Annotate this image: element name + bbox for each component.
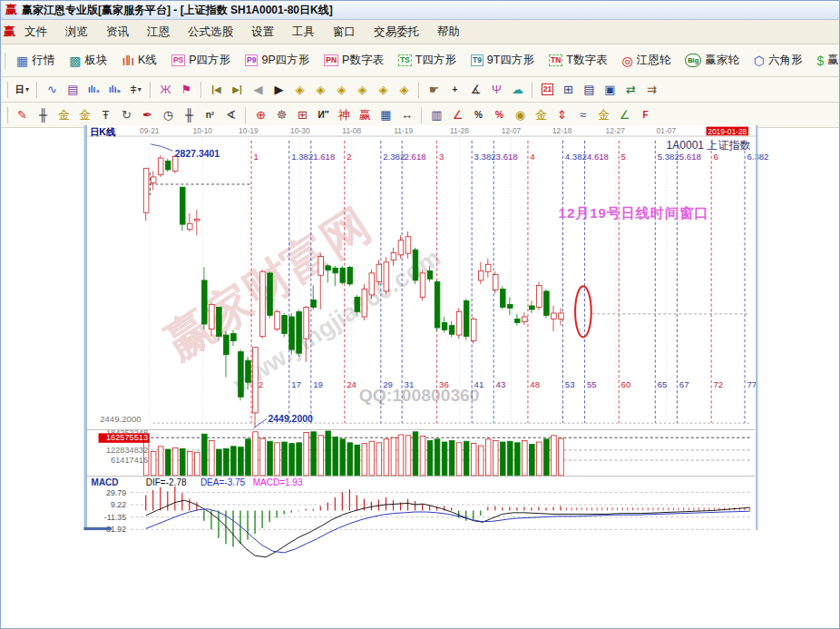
- save-icon[interactable]: ▣: [601, 80, 620, 99]
- wave-overlay-icon[interactable]: ≈: [573, 105, 592, 124]
- candle-style-dropdown[interactable]: ǂ▾: [126, 80, 145, 99]
- export-icon[interactable]: ⇄: [621, 80, 640, 99]
- grid-target-icon[interactable]: ⊞: [293, 105, 312, 124]
- candle-body: [260, 271, 266, 336]
- expand-all-icon[interactable]: ◈: [374, 80, 393, 99]
- brush-icon[interactable]: ✎: [13, 105, 32, 124]
- kline-button[interactable]: ıǁıK线: [114, 50, 163, 71]
- bars-3-icon: ılı₃: [88, 84, 100, 94]
- gann-shape-icon[interactable]: Ψ: [487, 80, 506, 99]
- n-square-icon[interactable]: n²: [200, 105, 220, 124]
- time-clock-icon[interactable]: ◷: [159, 105, 178, 124]
- gold-coin-icon[interactable]: ◉: [511, 105, 530, 124]
- brain-icon[interactable]: ☁: [508, 80, 527, 99]
- title-bar[interactable]: 赢 赢家江恩专业版[赢家服务平台] - [上证指数 SH1A0001-80日K线…: [1, 1, 839, 20]
- gann-wheel-icon: ☸: [277, 108, 288, 122]
- symbol-label: 1A0001 上证指数: [667, 139, 751, 152]
- menu-item-设置[interactable]: 设置: [242, 21, 283, 44]
- menu-item-公式选股[interactable]: 公式选股: [179, 21, 242, 44]
- send-icon[interactable]: ⇉: [642, 80, 661, 99]
- compare-bars-icon[interactable]: ▥: [427, 105, 446, 124]
- calculator-icon[interactable]: ⊞: [559, 80, 578, 99]
- angle-fan-icon[interactable]: ∢: [221, 105, 240, 124]
- quotes-button[interactable]: ▦行情: [9, 50, 62, 71]
- gann-wheel-button[interactable]: ◎江恩轮: [614, 50, 678, 71]
- spiral-icon[interactable]: ↻: [117, 105, 136, 124]
- toolbar-grip[interactable]: [4, 107, 8, 123]
- toolbar-grip[interactable]: [4, 82, 8, 98]
- menu-item-交易委托[interactable]: 交易委托: [365, 21, 428, 44]
- prev-page-icon[interactable]: ◀: [249, 80, 268, 99]
- pan-hand-icon[interactable]: ☛: [425, 80, 444, 99]
- p9-square-button[interactable]: P99P四方形: [238, 50, 317, 71]
- bars-3-icon[interactable]: ılı₃: [84, 80, 103, 99]
- crosshair-icon[interactable]: +: [445, 80, 464, 99]
- percent-line-icon[interactable]: %: [490, 105, 509, 124]
- marker-pen-icon[interactable]: ✒: [138, 105, 157, 124]
- bars-9-icon[interactable]: ılı₉: [105, 80, 124, 99]
- menu-item-文件[interactable]: 文件: [15, 21, 56, 44]
- winner-wheel-button[interactable]: Big赢家轮: [678, 50, 747, 71]
- chart-panel[interactable]: 赢家财富网www.yingjia360.comQQ:1008003601121.…: [1, 125, 840, 629]
- toolbar-separator: [150, 82, 151, 98]
- next-page-icon[interactable]: ▶: [269, 80, 288, 99]
- percent-icon[interactable]: %: [469, 105, 488, 124]
- expand-left-icon[interactable]: ◈: [290, 80, 309, 99]
- app-logo-icon: 赢: [5, 2, 17, 18]
- span-arrows-icon[interactable]: ↔: [397, 105, 416, 124]
- wave-icon[interactable]: ∿: [43, 80, 62, 99]
- compass-icon[interactable]: ⊕: [251, 105, 270, 124]
- flag-chart-icon[interactable]: ⚑: [177, 80, 196, 99]
- winner-service-button[interactable]: $赢家服务: [809, 50, 840, 71]
- report-icon[interactable]: ▤: [63, 80, 83, 99]
- golden-box-icon[interactable]: 金: [75, 105, 94, 124]
- menu-item-帮助[interactable]: 帮助: [428, 21, 469, 44]
- time-ruler-icon[interactable]: ╫: [180, 105, 199, 124]
- sectors-button[interactable]: ▩板块: [62, 50, 114, 71]
- chart-canvas[interactable]: 赢家财富网www.yingjia360.comQQ:1008003601121.…: [1, 125, 840, 629]
- p-square-button[interactable]: PSP四方形: [164, 50, 238, 71]
- last-page-icon[interactable]: ▶|: [228, 80, 247, 99]
- menu-item-浏览[interactable]: 浏览: [56, 21, 97, 44]
- angle-tool-icon[interactable]: ∡: [466, 80, 485, 99]
- expand-right-icon[interactable]: ◈: [311, 80, 330, 99]
- t-table-button[interactable]: TNT数字表: [542, 50, 614, 71]
- menu-item-资讯[interactable]: 资讯: [97, 21, 138, 44]
- shen-tool-icon[interactable]: 神: [335, 105, 354, 124]
- t-square-button[interactable]: TST四方形: [391, 50, 464, 71]
- fx-icon[interactable]: F: [636, 105, 655, 124]
- gold-level-icon[interactable]: 金: [594, 105, 613, 124]
- candle-body: [398, 241, 404, 255]
- period-dropdown[interactable]: 日▾: [13, 80, 32, 99]
- volume-bar: [420, 437, 425, 476]
- gold-lines-icon[interactable]: 金: [532, 105, 551, 124]
- menu-item-窗口[interactable]: 窗口: [324, 21, 365, 44]
- expand-horizontal-icon[interactable]: ◈: [332, 80, 351, 99]
- kline-mark-icon[interactable]: И″: [314, 105, 333, 124]
- hexagon-button[interactable]: ⬡六角形: [747, 50, 810, 71]
- bars-9-icon: ılı₉: [109, 84, 121, 94]
- toolbar-separator: [245, 107, 247, 123]
- toolbar-grip[interactable]: [4, 53, 5, 69]
- macd-title: MACD: [92, 477, 119, 487]
- menu-item-工具[interactable]: 工具: [283, 21, 324, 44]
- t9-square-button[interactable]: T99T四方形: [464, 50, 542, 71]
- compress-horizontal-icon[interactable]: ◈: [353, 80, 372, 99]
- low-price-axis-label: 2449.2000: [100, 414, 141, 424]
- f-ruler-icon[interactable]: Ŧ: [96, 105, 115, 124]
- price-flag-icon[interactable]: ⇕: [552, 105, 571, 124]
- gann-wheel-icon[interactable]: ☸: [272, 105, 291, 124]
- comb-icon[interactable]: ╫: [34, 105, 53, 124]
- golden-section-icon[interactable]: 金: [54, 105, 73, 124]
- first-page-icon[interactable]: |◀: [207, 80, 226, 99]
- compress-all-icon[interactable]: ◈: [395, 80, 414, 99]
- count-grid-icon[interactable]: ▦: [376, 105, 396, 124]
- ying-tool-icon[interactable]: 赢: [356, 105, 375, 124]
- calendar-icon[interactable]: 21: [538, 80, 557, 99]
- angle-line-icon[interactable]: ∠: [615, 105, 634, 124]
- people-icon[interactable]: Ж: [156, 80, 175, 99]
- p-table-button[interactable]: PNP数字表: [317, 50, 391, 71]
- notes-icon[interactable]: ▤: [580, 80, 599, 99]
- percent-slope-icon[interactable]: ∠: [448, 105, 467, 124]
- menu-item-江恩[interactable]: 江恩: [138, 21, 179, 44]
